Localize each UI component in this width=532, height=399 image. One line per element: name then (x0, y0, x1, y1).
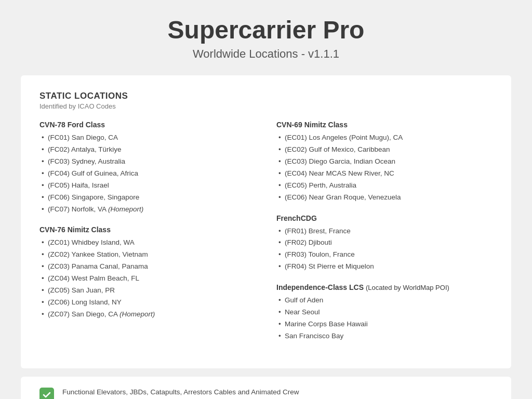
list-item: (EC04) Near MCAS New River, NC (276, 168, 493, 180)
list-item: (EC03) Diego Garcia, Indian Ocean (276, 156, 493, 168)
page-title: Supercarrier Pro (168, 16, 365, 44)
list-item: (FC03) Sydney, Australia (39, 156, 256, 168)
list-item: Marine Corps Base Hawaii (276, 318, 493, 330)
section-subtitle: Identified by ICAO Codes (39, 102, 493, 110)
list-item: (FC07) Norfolk, VA (Homeport) (39, 204, 256, 216)
locations-grid: CVN-78 Ford Class (FC01) San Diego, CA (… (39, 121, 493, 353)
group-frenchcdg: FrenchCDG (FR01) Brest, France (FR02) Dj… (276, 214, 493, 273)
group-frenchcdg-list: (FR01) Brest, France (FR02) Djibouti (FR… (276, 225, 493, 273)
group-cvn78-list: (FC01) San Diego, CA (FC02) Antalya, Tür… (39, 132, 256, 215)
list-item: (ZC06) Long Island, NY (39, 297, 256, 309)
list-item: (EC06) Near Gran Roque, Venezuela (276, 192, 493, 204)
list-item: (ZC07) San Diego, CA (Homeport) (39, 309, 256, 321)
group-cvn78-title: CVN-78 Ford Class (39, 121, 256, 129)
group-cvn78: CVN-78 Ford Class (FC01) San Diego, CA (… (39, 121, 256, 215)
list-item: Near Seoul (276, 307, 493, 318)
page-subtitle: Worldwide Locations - v1.1.1 (193, 47, 339, 61)
group-cvn76-title: CVN-76 Nimitz Class (39, 225, 256, 234)
list-item: (FR04) St Pierre et Miquelon (276, 261, 493, 273)
list-item: (FR02) Djibouti (276, 237, 493, 249)
group-lcs-title: Independence-Class LCS (Located by World… (276, 283, 493, 291)
list-item: (EC01) Los Angeles (Point Mugu), CA (276, 132, 493, 144)
list-item: (EC02) Gulf of Mexico, Caribbean (276, 144, 493, 156)
feature-text-1: Functional Elevators, JBDs, Catapults, A… (62, 387, 299, 398)
list-item: (ZC05) San Juan, PR (39, 285, 256, 297)
list-item: (FR01) Brest, France (276, 225, 493, 237)
check-icon-1 (39, 388, 54, 399)
group-cvn69: CVN-69 Nimitz Class (EC01) Los Angeles (… (276, 121, 493, 204)
right-column: CVN-69 Nimitz Class (EC01) Los Angeles (… (276, 121, 493, 353)
group-cvn69-title: CVN-69 Nimitz Class (276, 121, 493, 129)
list-item: (FC06) Singapore, Singapore (39, 192, 256, 204)
list-item: (FC02) Antalya, Türkiye (39, 144, 256, 156)
list-item: San Francisco Bay (276, 330, 493, 342)
list-item: (ZC04) West Palm Beach, FL (39, 273, 256, 285)
list-item: (FR03) Toulon, France (276, 249, 493, 261)
section-title: STATIC LOCATIONS (39, 91, 493, 101)
list-item: (FC05) Haifa, Israel (39, 180, 256, 192)
features-card: Functional Elevators, JBDs, Catapults, A… (21, 377, 511, 399)
list-item: Gulf of Aden (276, 295, 493, 307)
feature-row-1: Functional Elevators, JBDs, Catapults, A… (39, 387, 493, 399)
list-item: (EC05) Perth, Australia (276, 180, 493, 192)
list-item: (ZC03) Panama Canal, Panama (39, 261, 256, 273)
list-item: (ZC02) Yankee Station, Vietnam (39, 249, 256, 261)
list-item: (ZC01) Whidbey Island, WA (39, 237, 256, 249)
group-lcs-list: Gulf of Aden Near Seoul Marine Corps Bas… (276, 295, 493, 342)
list-item: (FC01) San Diego, CA (39, 132, 256, 144)
group-cvn69-list: (EC01) Los Angeles (Point Mugu), CA (EC0… (276, 132, 493, 204)
group-cvn76: CVN-76 Nimitz Class (ZC01) Whidbey Islan… (39, 225, 256, 320)
static-locations-card: STATIC LOCATIONS Identified by ICAO Code… (21, 75, 511, 368)
group-frenchcdg-title: FrenchCDG (276, 214, 493, 222)
list-item: (FC04) Gulf of Guinea, Africa (39, 168, 256, 180)
left-column: CVN-78 Ford Class (FC01) San Diego, CA (… (39, 121, 256, 353)
group-cvn76-list: (ZC01) Whidbey Island, WA (ZC02) Yankee … (39, 237, 256, 320)
group-lcs: Independence-Class LCS (Located by World… (276, 283, 493, 342)
